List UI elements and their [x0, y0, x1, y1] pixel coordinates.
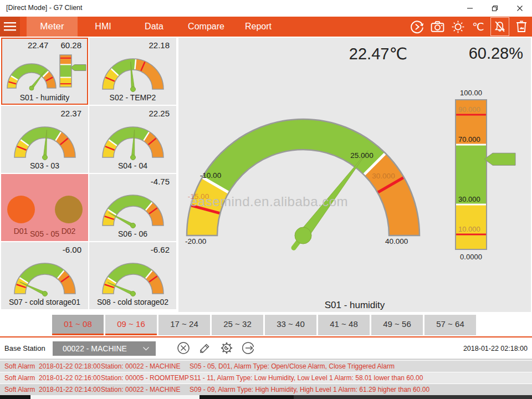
card-label: S03 - 03 — [2, 161, 87, 170]
nav-tab-meter[interactable]: Meter — [27, 17, 78, 37]
card-values: 22.37 — [2, 107, 87, 120]
group-tab-09~16[interactable]: 09 ~ 16 — [105, 315, 157, 335]
group-tab-17~24[interactable]: 17 ~ 24 — [158, 315, 210, 335]
chevron-down-icon — [143, 347, 149, 351]
nav-actions: ℃ — [408, 17, 530, 37]
card-value: -6.00 — [63, 245, 81, 256]
mini-gauge — [91, 256, 175, 297]
base-station-label: Base Station — [4, 344, 45, 352]
gauge-alarm-high-label: 30.000 — [372, 172, 395, 180]
card-value: -4.75 — [151, 177, 170, 188]
main-meter-panel: -20.0040.000-10.0025.00030.000-15.00100.… — [178, 38, 531, 312]
bar-label-30.000: 30.000 — [458, 195, 480, 203]
sensor-card-s04[interactable]: 22.25S04 - 04 — [89, 106, 176, 173]
group-tab-57~64[interactable]: 57 ~ 64 — [424, 315, 476, 335]
app-window: [Direct Mode] - G7 Client MeterHMI — [0, 0, 532, 399]
bar-label-10.000: 10.000 — [458, 225, 480, 233]
tabs-underline — [0, 336, 532, 337]
card-values: -6.00 — [2, 243, 87, 256]
nav-tab-hmi[interactable]: HMI — [78, 17, 129, 37]
brightness-icon[interactable] — [449, 18, 466, 35]
card-value: 60.28 — [60, 40, 81, 52]
card-values — [2, 175, 87, 188]
mini-gauge — [91, 188, 175, 229]
sensor-card-s08[interactable]: -6.62S08 - cold storage02 — [89, 242, 176, 309]
alarm-type: Soft Alarm — [4, 362, 39, 370]
alarm-row[interactable]: Soft Alarm2018-01-22 02:18:00Station: 00… — [0, 361, 532, 372]
cancel-icon[interactable] — [176, 341, 191, 355]
menu-button[interactable] — [0, 17, 20, 37]
main-gauge: -20.0040.000-10.0025.00030.000-15.00100.… — [178, 38, 531, 312]
settings-icon[interactable] — [219, 341, 234, 355]
alarm-list: Soft Alarm2018-01-22 02:18:00Station: 00… — [0, 361, 532, 396]
group-tab-01~08[interactable]: 01 ~ 08 — [52, 315, 104, 335]
group-tab-33~40[interactable]: 33 ~ 40 — [265, 315, 316, 335]
content-area: 22.4760.28S01 - humidity22.18S02 - TEMP2… — [0, 37, 532, 312]
card-value: 22.18 — [149, 40, 170, 52]
card-label: S01 - humidity — [2, 93, 87, 102]
snapshot-icon[interactable] — [513, 18, 530, 35]
bar-min-label: 0.0000 — [460, 253, 482, 261]
alarm-mute-icon[interactable] — [490, 17, 509, 36]
camera-icon[interactable] — [429, 18, 446, 35]
nav-tab-data[interactable]: Data — [129, 17, 180, 37]
gauge-warn-low-label: -10.00 — [200, 171, 221, 180]
bottom-toolbar: Base Station 00022 - MACHINE — [0, 338, 532, 359]
hamburger-icon — [4, 22, 16, 31]
card-label: S05 - 05 — [2, 229, 87, 238]
nav-tab-report[interactable]: Report — [233, 17, 284, 37]
alarm-type: Soft Alarm — [4, 386, 39, 393]
card-value: -6.62 — [151, 245, 170, 256]
group-tabs: 01 ~ 0809 ~ 1617 ~ 2425 ~ 3233 ~ 4041 ~ … — [0, 315, 532, 336]
bar-max-label: 100.00 — [460, 89, 482, 97]
alarm-row[interactable]: Soft Alarm2018-01-22 02:16:00Station: 00… — [0, 372, 532, 383]
humidity-reading: 60.28% — [412, 44, 523, 63]
card-label: S08 - cold storage02 — [90, 298, 175, 306]
alarm-message: S11 - 11, Alarm Type: Low Humidity, Low … — [190, 374, 532, 382]
bar-label-90.000: 90.000 — [458, 105, 480, 114]
card-label: S02 - TEMP2 — [90, 93, 175, 102]
sensor-card-s03[interactable]: 22.37S03 - 03 — [1, 106, 88, 173]
bar-label-70.000: 70.000 — [458, 135, 480, 144]
sensor-card-s02[interactable]: 22.18S02 - TEMP2 — [89, 38, 176, 105]
sensor-grid: 22.4760.28S01 - humidity22.18S02 - TEMP2… — [1, 38, 177, 309]
gauge-max-label: 40.000 — [385, 237, 408, 245]
alarm-type: Soft Alarm — [4, 374, 39, 382]
temperature-reading: 22.47℃ — [289, 44, 407, 63]
dio-indicator — [55, 196, 83, 223]
watermark: easemind.en.alibaba.com — [190, 194, 348, 209]
group-tab-25~32[interactable]: 25 ~ 32 — [212, 315, 263, 335]
card-values: 22.4760.28 — [2, 39, 87, 52]
base-station-dropdown[interactable]: 00022 - MACHINE — [53, 341, 156, 356]
group-tab-41~48[interactable]: 41 ~ 48 — [318, 315, 370, 335]
sensor-card-s01[interactable]: 22.4760.28S01 - humidity — [1, 38, 88, 105]
toolbar-separator — [0, 359, 532, 360]
alarm-time: 2018-01-22 02:18:00 — [39, 362, 101, 370]
alarm-station: Station: 00022 - MACHINE — [101, 386, 190, 393]
celsius-icon[interactable]: ℃ — [470, 18, 487, 35]
sync-icon[interactable] — [408, 18, 425, 35]
go-icon[interactable] — [241, 341, 255, 355]
close-button[interactable] — [507, 0, 532, 17]
edit-icon[interactable] — [198, 341, 212, 355]
gauge-warn-high-label: 25.000 — [350, 151, 373, 160]
sensor-card-s05[interactable]: D01D02S05 - 05 — [1, 174, 88, 241]
nav-tab-compare[interactable]: Compare — [181, 17, 232, 37]
group-tab-49~56[interactable]: 49 ~ 56 — [371, 315, 423, 335]
sensor-card-s07[interactable]: -6.00S07 - cold storage01 — [1, 242, 88, 309]
sensor-card-s06[interactable]: -4.75S06 - 06 — [89, 174, 176, 241]
card-values: -4.75 — [90, 175, 175, 188]
alarm-time: 2018-01-22 02:16:00 — [39, 374, 101, 382]
mini-gauge — [91, 52, 175, 93]
minimize-button[interactable] — [457, 0, 482, 17]
alarm-row[interactable]: Soft Alarm2018-01-22 02:14:00Station: 00… — [0, 384, 532, 395]
mini-gauge — [3, 256, 87, 297]
card-value: 22.47 — [28, 40, 49, 52]
base-station-value: 00022 - MACHINE — [63, 344, 127, 353]
alarm-message: S09 - 09, Alarm Type: High Humidity, Hig… — [190, 386, 532, 393]
restore-button[interactable] — [482, 0, 507, 17]
card-value: 22.25 — [149, 109, 170, 120]
alarm-station: Station: 00022 - MACHINE — [101, 362, 190, 370]
card-values: 22.18 — [90, 39, 175, 52]
alarm-station: Station: 00005 - ROOMTEMP — [101, 374, 190, 382]
